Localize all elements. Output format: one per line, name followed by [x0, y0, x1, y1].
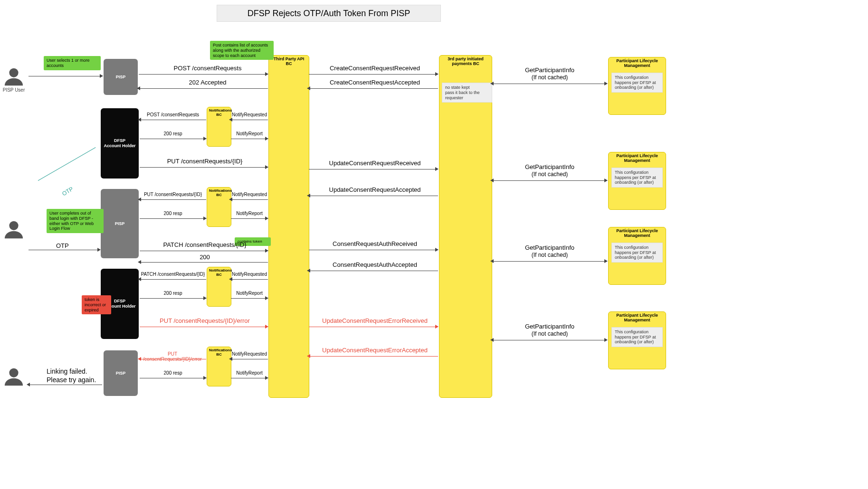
msg-get-part-2: GetParticipantInfo: [495, 163, 604, 170]
msg-notifreq-4: NotifyRequested: [231, 351, 268, 357]
msg-notifrep-2: NotifyReport: [231, 211, 268, 216]
arr-user-pisp: [29, 76, 102, 76]
note-no-state: no state kept pass it back to the reques…: [442, 83, 492, 103]
note-user-completes: User completes out of band login with DF…: [47, 209, 104, 233]
msg-get-part-1: GetParticipantInfo: [495, 66, 604, 74]
msg-patch-notif: PATCH /consentRequests/{ID}: [141, 272, 205, 277]
note-user-selects: User selects 1 or more accounts: [44, 56, 101, 70]
msg-notifrep-1: NotifyReport: [231, 131, 268, 136]
msg-get-part-3: GetParticipantInfo: [495, 244, 604, 251]
plm-note-3: This configuration happens per DFSP at o…: [611, 243, 663, 263]
msg-post-consent-notif: POST /consentRequests: [141, 112, 205, 117]
msg-get-part-4: GetParticipantInfo: [495, 323, 604, 330]
msg-put-id: PUT /consentRequests/{ID}: [143, 158, 267, 165]
please-try: Please try again.: [47, 376, 96, 384]
msg-200-3: 200 resp: [141, 291, 205, 296]
msg-create-accepted: CreateConsentRequestAccepted: [312, 79, 438, 86]
lane-plm-4: Participant Lifecycle Management This co…: [608, 311, 666, 369]
lane-third-party-payments: 3rd party initiated payments BC: [439, 55, 492, 398]
otp-text: OTP: [56, 242, 69, 249]
msg-cached-4: (If not cached): [495, 330, 604, 337]
dfsp-box-1: DFSP Account Holder: [101, 108, 139, 179]
lane-notif-1: Notifications BC: [207, 107, 231, 147]
lane-plm-1: Participant Lifecycle Management This co…: [608, 57, 666, 115]
msg-update-received: UpdateConsentRequestReceived: [312, 160, 438, 167]
lane-notif-3: Notifications BC: [207, 267, 231, 307]
msg-cached-1: (If not cached): [495, 74, 604, 81]
msg-post-consent-1: POST /consentRequests: [148, 65, 267, 72]
lane-notif-4: Notifications BC: [207, 347, 231, 386]
user-icon-2: [3, 218, 25, 242]
msg-create-received: CreateConsentRequestReceived: [312, 65, 438, 72]
actor-pisp-user: PISP User: [0, 87, 28, 93]
msg-put-error-notif: PUT /consentRequests/{ID}/error: [139, 351, 206, 362]
msg-notifrep-3: NotifyReport: [231, 291, 268, 296]
user-icon-3: [3, 366, 25, 389]
msg-error-received: UpdateConsentRequestErrorReceived: [312, 317, 438, 324]
pisp-box-3: PISP: [104, 350, 138, 396]
msg-200-1: 200 resp: [141, 131, 205, 136]
msg-cached-2: (If not cached): [495, 171, 604, 178]
msg-notifreq-3: NotifyRequested: [231, 272, 268, 277]
user-icon-pisp-user: [3, 66, 25, 89]
pisp-box-2: PISP: [101, 189, 139, 258]
msg-notifrep-4: NotifyReport: [231, 370, 268, 376]
msg-update-accepted: UpdateConsentRequestAccepted: [312, 186, 438, 193]
pisp-box-1: PISP: [104, 59, 138, 95]
lane-notif-2: Notifications BC: [207, 187, 231, 227]
msg-put-notif: PUT /consentRequests/{ID}: [141, 192, 205, 197]
msg-patch-id: PATCH /consentRequests/{ID}: [143, 241, 267, 248]
msg-auth-accepted: ConsentRequestAuthAccepted: [312, 261, 438, 268]
plm-note-2: This configuration happens per DFSP at o…: [611, 168, 663, 188]
linking-failed: Linking failed.: [47, 367, 87, 375]
otp-diag: OTP: [61, 186, 74, 197]
msg-cached-3: (If not cached): [495, 252, 604, 258]
msg-202: 202 Accepted: [148, 79, 267, 86]
plm-note-1: This configuration happens per DFSP at o…: [611, 73, 663, 93]
svg-point-0: [9, 68, 18, 77]
otp-line: [38, 147, 96, 181]
msg-200-code: 200: [143, 254, 267, 261]
lane-plm-2: Participant Lifecycle Management This co…: [608, 152, 666, 210]
plm-note-4: This configuration happens per DFSP at o…: [611, 327, 663, 347]
msg-auth-received: ConsentRequestAuthReceived: [312, 240, 438, 247]
svg-point-2: [9, 368, 18, 377]
msg-notifreq-1: NotifyRequested: [231, 112, 268, 117]
note-post-contains: Post contains list of accounts along wit…: [210, 41, 274, 60]
msg-put-error: PUT /consentRequests/{ID}/error: [143, 317, 267, 324]
msg-notifreq-2: NotifyRequested: [231, 192, 268, 197]
msg-error-accepted: UpdateConsentRequestErrorAccepted: [312, 347, 438, 354]
svg-point-1: [9, 221, 18, 230]
msg-200-4: 200 resp: [141, 370, 205, 376]
msg-200-2: 200 resp: [141, 211, 205, 216]
lane-plm-3: Participant Lifecycle Management This co…: [608, 227, 666, 285]
note-token-incorrect: token is incorrect or expired: [82, 295, 111, 314]
diagram-title: DFSP Rejects OTP/Auth Token From PISP: [217, 5, 441, 22]
lane-third-party-api: Third Party API BC: [268, 55, 309, 398]
